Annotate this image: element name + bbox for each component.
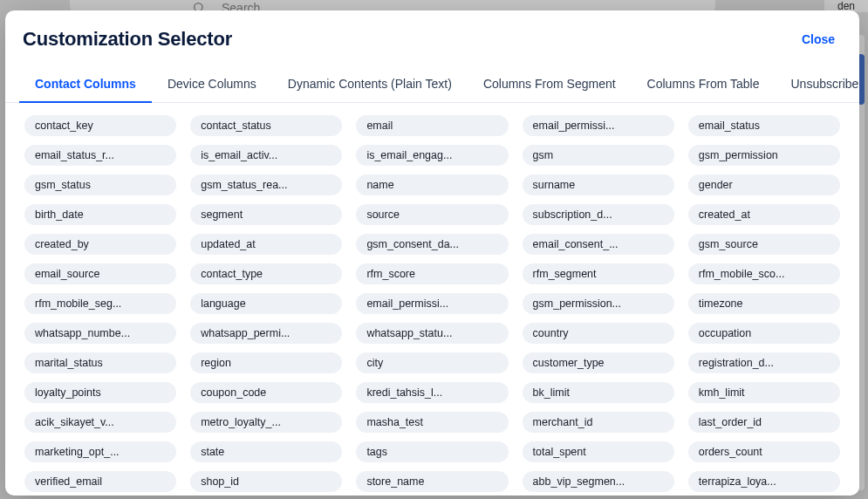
column-chip[interactable]: registration_d... (688, 352, 840, 373)
column-chip[interactable]: gsm_permission... (523, 293, 674, 314)
column-chip[interactable]: email_consent_... (523, 234, 674, 255)
column-chip[interactable]: city (356, 352, 508, 373)
column-chip[interactable]: state (190, 441, 342, 462)
column-chip[interactable]: surname (523, 174, 674, 195)
column-chip[interactable]: gsm_consent_da... (356, 234, 508, 255)
column-chip[interactable]: rfm_segment (523, 263, 674, 284)
customization-selector-modal: Customization Selector Close Contact Col… (5, 10, 859, 496)
column-chip[interactable]: masha_test (356, 412, 508, 433)
column-chip[interactable]: gsm_permission (688, 145, 840, 166)
column-chip[interactable]: merchant_id (523, 412, 674, 433)
column-chip[interactable]: whatsapp_statu... (356, 323, 508, 344)
column-chip[interactable]: last_order_id (688, 412, 840, 433)
column-chip[interactable]: metro_loyalty_... (190, 412, 342, 433)
column-chip[interactable]: terrapiza_loya... (688, 471, 840, 492)
column-chip[interactable]: contact_type (190, 263, 342, 284)
column-chip[interactable]: email_status (688, 115, 840, 136)
modal-header: Customization Selector Close (5, 10, 859, 58)
column-chip[interactable]: region (190, 352, 342, 373)
column-chip[interactable]: name (356, 174, 508, 195)
column-chip[interactable]: whatsapp_numbe... (24, 323, 176, 344)
column-chip[interactable]: updated_at (190, 234, 342, 255)
column-chip[interactable]: tags (356, 441, 508, 462)
column-chip[interactable]: contact_status (190, 115, 342, 136)
column-chip[interactable]: email_permissi... (356, 293, 508, 314)
column-chip[interactable]: shop_id (190, 471, 342, 492)
column-chip[interactable]: segment (190, 204, 342, 225)
column-chip[interactable]: gsm_source (688, 234, 840, 255)
column-chip[interactable]: gsm (523, 145, 674, 166)
column-chip[interactable]: verified_email (24, 471, 176, 492)
tab-contact-columns[interactable]: Contact Columns (19, 70, 152, 103)
column-chip[interactable]: is_email_activ... (190, 145, 342, 166)
chip-grid: contact_keycontact_statusemailemail_perm… (24, 115, 840, 492)
tab-device-columns[interactable]: Device Columns (152, 70, 272, 102)
column-chip[interactable]: coupon_code (190, 382, 342, 403)
column-chip[interactable]: kredi_tahsis_l... (356, 382, 508, 403)
column-chip[interactable]: rfm_mobile_sco... (688, 263, 840, 284)
column-chip[interactable]: rfm_mobile_seg... (24, 293, 176, 314)
column-chip[interactable]: customer_type (523, 352, 674, 373)
column-chip[interactable]: email_permissi... (523, 115, 674, 136)
column-chip[interactable]: birth_date (24, 204, 176, 225)
column-chip[interactable]: contact_key (24, 115, 176, 136)
column-chip[interactable]: orders_count (688, 441, 840, 462)
column-chip[interactable]: marketing_opt_... (24, 441, 176, 462)
column-chip[interactable]: country (523, 323, 674, 344)
column-chip[interactable]: email_source (24, 263, 176, 284)
tab-unsubscribe[interactable]: Unsubscribe (776, 70, 860, 102)
column-chip[interactable]: abb_vip_segmen... (523, 471, 674, 492)
column-chip[interactable]: email_status_r... (24, 145, 176, 166)
column-chip[interactable]: created_by (24, 234, 176, 255)
close-button[interactable]: Close (802, 32, 835, 46)
modal-tabs: Contact ColumnsDevice ColumnsDynamic Con… (5, 58, 859, 103)
tab-dynamic-contents-plain-text[interactable]: Dynamic Contents (Plain Text) (272, 70, 468, 102)
column-chip[interactable]: total_spent (523, 441, 674, 462)
tab-columns-from-segment[interactable]: Columns From Segment (468, 70, 632, 102)
chip-area: contact_keycontact_statusemailemail_perm… (5, 103, 859, 496)
column-chip[interactable]: kmh_limit (688, 382, 840, 403)
modal-title: Customization Selector (23, 28, 232, 51)
column-chip[interactable]: gsm_status_rea... (190, 174, 342, 195)
column-chip[interactable]: acik_sikayet_v... (24, 412, 176, 433)
column-chip[interactable]: created_at (688, 204, 840, 225)
tab-columns-from-table[interactable]: Columns From Table (632, 70, 776, 102)
column-chip[interactable]: whatsapp_permi... (190, 323, 342, 344)
column-chip[interactable]: subscription_d... (523, 204, 674, 225)
column-chip[interactable]: source (356, 204, 508, 225)
column-chip[interactable]: gender (688, 174, 840, 195)
column-chip[interactable]: is_email_engag... (356, 145, 508, 166)
column-chip[interactable]: gsm_status (24, 174, 176, 195)
column-chip[interactable]: loyalty_points (24, 382, 176, 403)
column-chip[interactable]: store_name (356, 471, 508, 492)
column-chip[interactable]: language (190, 293, 342, 314)
column-chip[interactable]: rfm_score (356, 263, 508, 284)
column-chip[interactable]: timezone (688, 293, 840, 314)
column-chip[interactable]: occupation (688, 323, 840, 344)
column-chip[interactable]: email (356, 115, 508, 136)
column-chip[interactable]: bk_limit (523, 382, 674, 403)
column-chip[interactable]: marital_status (24, 352, 176, 373)
